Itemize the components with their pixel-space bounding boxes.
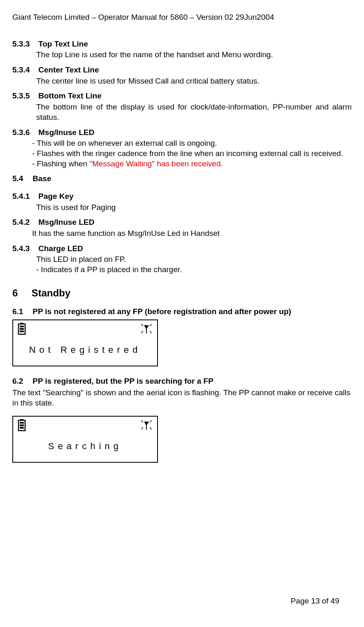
bullet-line: - Indicates if a PP is placed in the cha… — [36, 265, 352, 275]
battery-icon — [17, 323, 26, 338]
section-title: Msg/Inuse LED — [38, 128, 94, 137]
section-title: Base — [32, 174, 51, 183]
lcd-display-not-registered: Not Registered — [12, 319, 158, 366]
section-number: 6.1 — [12, 307, 30, 317]
svg-rect-15 — [20, 427, 24, 429]
section-title: Page Key — [38, 192, 74, 200]
highlighted-text: "Message Waiting" has been received — [89, 159, 220, 168]
text-fragment: - Flashing when — [32, 159, 89, 168]
section-title: Top Text Line — [38, 40, 88, 48]
section-5-3-4: 5.3.4 Center Text Line The center line i… — [12, 65, 352, 86]
svg-line-6 — [150, 324, 152, 326]
svg-rect-14 — [20, 424, 24, 426]
svg-rect-13 — [20, 422, 24, 424]
section-body: This LED in placed on FP. - Indicates if… — [36, 254, 352, 275]
bullet-line: - This will be on whenever an external c… — [32, 138, 352, 149]
section-number: 5.4 — [12, 174, 30, 184]
section-number: 6.2 — [12, 376, 30, 387]
section-number: 5.4.2 — [12, 217, 36, 228]
svg-line-8 — [150, 331, 152, 333]
section-title: PP is not registered at any FP (before r… — [32, 307, 291, 316]
section-6-1: 6.1 PP is not registered at any FP (befo… — [12, 307, 352, 317]
section-number: 5.3.4 — [12, 65, 36, 75]
svg-rect-2 — [20, 326, 24, 327]
svg-line-5 — [141, 324, 143, 326]
section-5-4: 5.4 Base — [12, 174, 352, 184]
svg-line-19 — [150, 427, 152, 429]
section-5-3-6: 5.3.6 Msg/Inuse LED - This will be on wh… — [12, 128, 352, 169]
section-body: - This will be on whenever an external c… — [32, 138, 352, 169]
section-body: It has the same function as Msg/InUse Le… — [32, 228, 352, 239]
section-5-3-3: 5.3.3 Top Text Line The top Line is used… — [12, 39, 352, 60]
section-title: Bottom Text Line — [38, 91, 102, 100]
svg-rect-4 — [20, 331, 24, 332]
section-title: Charge LED — [38, 244, 83, 253]
lcd-text: Searching — [13, 441, 157, 452]
section-title: Msg/Inuse LED — [38, 218, 94, 226]
section-body: The top Line is used for the name of the… — [36, 50, 352, 60]
section-5-4-2: 5.4.2 Msg/Inuse LED It has the same func… — [12, 217, 352, 238]
svg-rect-10 — [146, 329, 147, 333]
svg-line-17 — [150, 420, 152, 422]
section-title: Standby — [32, 287, 71, 298]
section-body: The text "Searching" is shown and the ae… — [12, 388, 352, 408]
section-number: 5.3.5 — [12, 91, 36, 101]
section-number: 5.4.1 — [12, 191, 36, 202]
lcd-text: Not Registered — [13, 344, 157, 356]
svg-line-18 — [141, 427, 143, 429]
section-number: 5.3.3 — [12, 39, 36, 49]
svg-line-16 — [141, 420, 143, 422]
section-title: PP is registered, but the PP is searchin… — [32, 377, 213, 385]
document-header: Giant Telecom Limited – Operator Manual … — [12, 12, 352, 23]
antenna-flashing-icon — [140, 323, 153, 338]
section-5-3-5: 5.3.5 Bottom Text Line The bottom line o… — [12, 91, 352, 122]
bullet-line: - Flashing when "Message Waiting" has be… — [32, 159, 352, 169]
page-footer: Page 13 of 49 — [291, 596, 339, 606]
bullet-line: - Flashes with the ringer cadence from t… — [32, 149, 352, 159]
section-number: 6 — [12, 287, 29, 299]
section-body: This is used for Paging — [36, 203, 352, 213]
section-number: 5.4.3 — [12, 244, 36, 254]
text-fragment: . — [220, 159, 223, 168]
section-number: 5.3.6 — [12, 128, 36, 138]
section-5-4-1: 5.4.1 Page Key This is used for Paging — [12, 191, 352, 212]
svg-rect-21 — [146, 425, 147, 430]
antenna-flashing-icon — [140, 419, 153, 434]
battery-icon — [17, 419, 26, 434]
section-body: The center line is used for Missed Call … — [36, 76, 352, 86]
section-6: 6 Standby — [12, 287, 352, 299]
body-line: This LED in placed on FP. — [36, 254, 352, 265]
svg-rect-3 — [20, 328, 24, 330]
svg-line-7 — [141, 331, 143, 333]
section-body: The bottom line of the display is used f… — [36, 102, 352, 122]
section-title: Center Text Line — [38, 65, 99, 74]
section-6-2: 6.2 PP is registered, but the PP is sear… — [12, 376, 352, 387]
lcd-display-searching: Searching — [12, 416, 158, 463]
section-5-4-3: 5.4.3 Charge LED This LED in placed on F… — [12, 244, 352, 275]
